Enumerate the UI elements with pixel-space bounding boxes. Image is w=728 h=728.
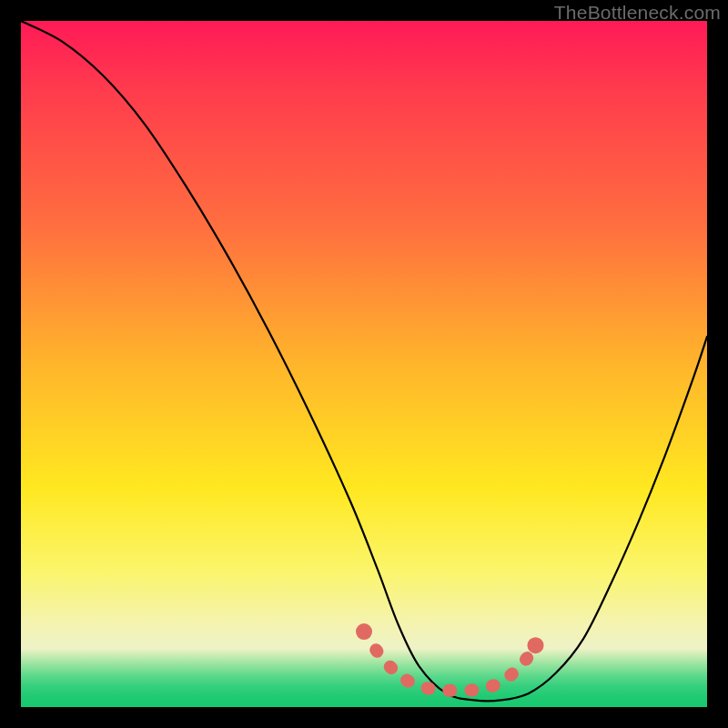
chart-frame: TheBottleneck.com	[0, 0, 728, 728]
bottleneck-curve	[21, 21, 707, 701]
plot-area	[21, 21, 707, 707]
svg-point-0	[356, 623, 372, 640]
chart-svg	[21, 21, 707, 707]
sweet-spot-marker	[356, 623, 544, 691]
watermark-text: TheBottleneck.com	[554, 2, 721, 24]
svg-point-1	[528, 637, 544, 653]
